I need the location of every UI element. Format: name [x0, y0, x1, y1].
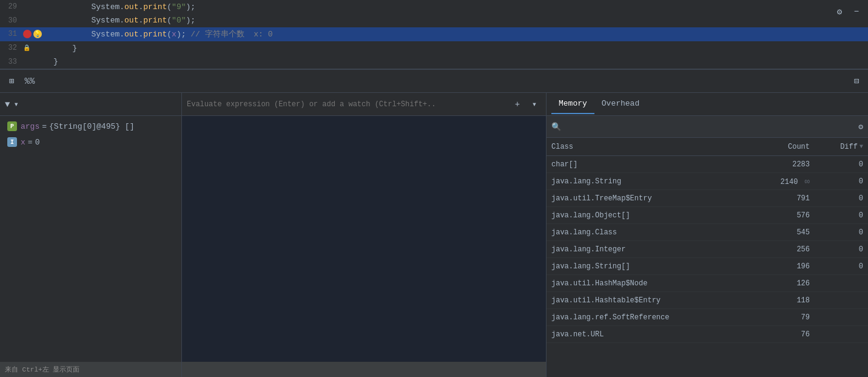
table-row[interactable]: char[] 2283 0 [547, 156, 868, 173]
lock-icon: 🔒 [23, 44, 30, 52]
watch-content [182, 116, 546, 362]
memory-tabs: Memory Overhead [547, 93, 868, 116]
watch-status [182, 362, 546, 377]
table-row[interactable]: java.lang.Object[] 576 0 [547, 207, 868, 224]
cell-diff: 0 [815, 245, 863, 254]
memory-settings-icon[interactable]: ⚙ [858, 122, 863, 132]
line-icons-31: 💡 [23, 30, 53, 38]
grid-view-button[interactable]: ⊞ [5, 75, 18, 88]
cell-class: java.util.HashMap$Node [551, 279, 766, 288]
variables-panel: ▼ ▾ P args = {String[0]@495} [] I x = 0 … [0, 93, 182, 377]
variable-args[interactable]: P args = {String[0]@495} [] [0, 118, 181, 134]
var-value-x: 0 [35, 138, 40, 147]
memory-search-input[interactable] [565, 123, 855, 131]
table-row[interactable]: java.lang.String[] 196 0 [547, 258, 868, 275]
tab-overhead[interactable]: Overhead [594, 94, 647, 114]
cell-count: 2283 [766, 160, 815, 169]
cell-diff: 0 [815, 211, 863, 220]
debug-area: ▼ ▾ P args = {String[0]@495} [] I x = 0 … [0, 93, 868, 377]
cell-count: 76 [766, 330, 815, 339]
line-number-33: 33 [0, 58, 23, 66]
table-row[interactable]: java.net.URL 76 [547, 326, 868, 343]
expand-button[interactable]: ⊟ [850, 75, 863, 88]
memory-table-header: Class Count Diff ▼ [547, 138, 868, 156]
memory-search-row: 🔍 ⚙ [547, 116, 868, 138]
cell-class: java.lang.Integer [551, 245, 766, 254]
cell-count: 79 [766, 313, 815, 322]
code-line-31: 31 💡 System.out.print(x); // 字符串个数 x: 0 [0, 27, 868, 41]
cell-count: 196 [766, 262, 815, 271]
infinity-icon: ∞ [805, 177, 810, 186]
cell-class: char[] [551, 160, 766, 169]
status-text: 来自 Ctrl+左 显示页面 [5, 365, 79, 374]
variable-x[interactable]: I x = 0 [0, 134, 181, 150]
sort-arrow: ▼ [860, 143, 863, 150]
code-line-32: 32 🔒 } [0, 41, 868, 55]
cell-count: 545 [766, 228, 815, 237]
cell-diff: 0 [815, 194, 863, 203]
cell-diff: 0 [815, 262, 863, 271]
line-number-32: 32 [0, 44, 23, 52]
code-content-32: } [53, 44, 868, 53]
code-line-30: 30 System.out.print("0"); [0, 14, 868, 28]
header-count: Count [766, 143, 815, 151]
table-row[interactable]: java.util.Hashtable$Entry 118 [547, 292, 868, 309]
watch-dropdown-button[interactable]: ▾ [528, 98, 541, 111]
code-content-29: System.out.print("9"); [53, 2, 868, 12]
variables-toolbar: ▼ ▾ [0, 93, 181, 116]
variables-content: P args = {String[0]@495} [] I x = 0 [0, 116, 181, 362]
code-editor: 29 System.out.print("9"); 30 System.out.… [0, 0, 868, 70]
var-equals-args: = [42, 122, 47, 131]
status-bar: 来自 Ctrl+左 显示页面 [0, 362, 181, 377]
cell-class: java.net.URL [551, 330, 766, 339]
memory-table: Class Count Diff ▼ char[] 2283 0 java.la… [547, 138, 868, 377]
evaluate-bar: + ▾ [182, 93, 546, 116]
code-line-33: 33 } [0, 55, 868, 69]
cell-class: java.lang.String [551, 177, 766, 186]
cell-diff: 0 [815, 160, 863, 169]
gear-button[interactable]: ⚙ [833, 5, 846, 18]
var-name-args: args [21, 122, 39, 131]
right-toolbar: ⊟ [850, 75, 863, 88]
cell-class: java.util.TreeMap$Entry [551, 194, 766, 203]
header-diff[interactable]: Diff ▼ [815, 143, 863, 151]
code-line-29: 29 System.out.print("9"); [0, 0, 868, 14]
evaluate-input[interactable] [187, 100, 507, 109]
code-content-30: System.out.print("0"); [53, 16, 868, 25]
cell-count: 791 [766, 194, 815, 203]
cell-count: 2140 ∞ [766, 177, 815, 186]
line-number-31: 31 [0, 30, 23, 38]
cell-class: java.lang.ref.SoftReference [551, 313, 766, 322]
table-row[interactable]: java.util.TreeMap$Entry 791 0 [547, 190, 868, 207]
type-badge-p: P [7, 121, 17, 131]
line-icons-32: 🔒 [23, 44, 53, 52]
code-content-33: } [53, 57, 868, 66]
cell-diff: 0 [815, 228, 863, 237]
type-badge-i: I [7, 137, 17, 147]
var-equals-x: = [28, 138, 33, 147]
filter-icon[interactable]: ▼ [5, 100, 10, 109]
cell-class: java.util.Hashtable$Entry [551, 296, 766, 305]
cell-diff: 0 [815, 177, 863, 186]
debug-toolbar: ⊞ %% ⊟ [0, 70, 868, 93]
code-content-31: System.out.print(x); // 字符串个数 x: 0 [53, 29, 868, 39]
tab-memory[interactable]: Memory [551, 94, 594, 114]
hash-button[interactable]: %% [23, 75, 36, 88]
header-class: Class [551, 143, 766, 151]
cell-class: java.lang.Object[] [551, 211, 766, 220]
table-row[interactable]: java.util.HashMap$Node 126 [547, 275, 868, 292]
watch-panel: + ▾ [182, 93, 547, 377]
add-watch-button[interactable]: + [511, 98, 524, 111]
cell-count: 576 [766, 211, 815, 220]
filter-dropdown-icon[interactable]: ▾ [13, 99, 18, 109]
cell-class: java.lang.String[] [551, 262, 766, 271]
table-row[interactable]: java.lang.Class 545 0 [547, 224, 868, 241]
cell-class: java.lang.Class [551, 228, 766, 237]
table-row[interactable]: java.lang.Integer 256 0 [547, 241, 868, 258]
table-row[interactable]: java.lang.ref.SoftReference 79 [547, 309, 868, 326]
cell-count: 118 [766, 296, 815, 305]
search-icon: 🔍 [551, 122, 561, 132]
cell-count: 256 [766, 245, 815, 254]
minimize-button[interactable]: − [850, 5, 863, 18]
table-row[interactable]: java.lang.String 2140 ∞ 0 [547, 173, 868, 190]
